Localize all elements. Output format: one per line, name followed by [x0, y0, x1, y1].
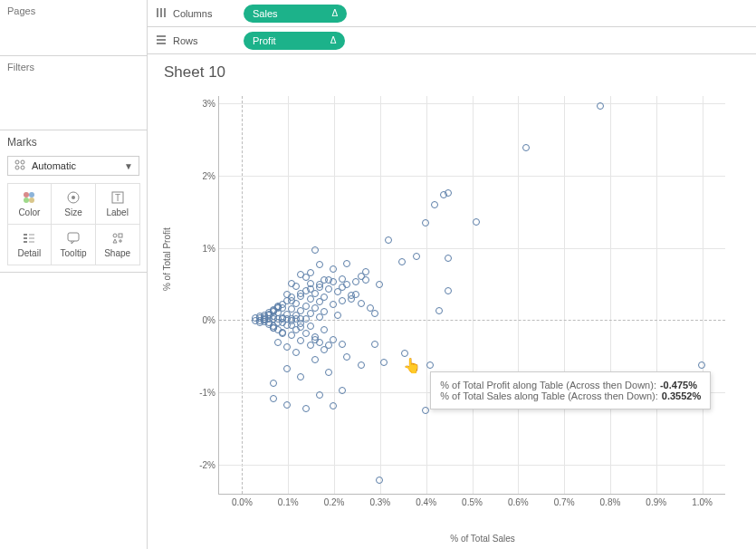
data-point[interactable]: [325, 342, 332, 349]
shape-button[interactable]: Shape: [95, 224, 140, 265]
svg-point-19: [113, 234, 117, 237]
tooltip-sales-value: 0.3552%: [662, 390, 701, 401]
data-point[interactable]: [302, 330, 310, 337]
data-point[interactable]: [274, 303, 282, 311]
data-point[interactable]: [270, 380, 277, 387]
data-point[interactable]: [358, 361, 365, 369]
data-point[interactable]: [445, 287, 452, 294]
label-button[interactable]: TLabel: [95, 183, 140, 225]
svg-rect-25: [157, 39, 166, 41]
data-point[interactable]: [376, 281, 383, 288]
data-point[interactable]: [307, 285, 314, 293]
data-point[interactable]: [325, 285, 332, 293]
data-point[interactable]: [316, 391, 323, 399]
data-point[interactable]: [292, 283, 300, 290]
data-point[interactable]: [297, 337, 304, 344]
sheet-title[interactable]: Sheet 10: [164, 63, 743, 82]
data-point[interactable]: [362, 276, 369, 284]
marks-header: Marks: [0, 130, 147, 152]
data-point[interactable]: [339, 387, 346, 394]
data-point[interactable]: [288, 332, 295, 339]
data-point[interactable]: [339, 341, 346, 348]
data-point[interactable]: [283, 401, 291, 409]
marks-type-label: Automatic: [32, 160, 76, 171]
data-point[interactable]: [252, 317, 259, 324]
data-point[interactable]: [343, 260, 350, 267]
auto-shape-icon: [14, 159, 26, 173]
data-point[interactable]: [352, 278, 359, 285]
data-point[interactable]: [316, 339, 323, 346]
detail-button[interactable]: Detail: [7, 224, 53, 265]
data-point[interactable]: [597, 102, 604, 110]
data-point[interactable]: [445, 255, 452, 262]
data-point[interactable]: [297, 373, 304, 380]
data-point[interactable]: [316, 313, 323, 321]
data-point[interactable]: [302, 405, 310, 412]
data-point[interactable]: [698, 361, 705, 369]
data-point[interactable]: [330, 301, 337, 308]
data-point[interactable]: [292, 349, 300, 356]
data-point[interactable]: [343, 353, 350, 361]
y-tick-label: 1%: [203, 243, 215, 253]
data-point[interactable]: [334, 312, 341, 319]
table-calc-icon: Δ: [330, 35, 337, 45]
data-point[interactable]: [339, 297, 346, 304]
data-point[interactable]: [440, 191, 447, 198]
data-point[interactable]: [307, 295, 314, 303]
data-point[interactable]: [371, 341, 378, 348]
data-point[interactable]: [339, 284, 346, 291]
data-point[interactable]: [413, 253, 420, 260]
data-point[interactable]: [321, 326, 328, 333]
filters-shelf[interactable]: Filters: [0, 56, 147, 130]
data-point[interactable]: [311, 356, 319, 363]
data-point[interactable]: [435, 307, 443, 314]
svg-rect-13: [24, 237, 27, 239]
data-point[interactable]: [325, 369, 332, 376]
tooltip-sales-label: % of Total Sales along Table (Across the…: [440, 390, 658, 401]
data-point[interactable]: [330, 402, 337, 409]
size-button[interactable]: Size: [51, 183, 96, 225]
data-point[interactable]: [426, 361, 434, 369]
data-point[interactable]: [401, 350, 408, 357]
data-point[interactable]: [270, 324, 277, 332]
data-point[interactable]: [385, 236, 392, 244]
columns-shelf[interactable]: Columns Sales Δ: [148, 0, 756, 27]
tooltip-button[interactable]: Tooltip: [51, 224, 96, 265]
marks-type-dropdown[interactable]: Automatic ▼: [7, 156, 139, 176]
mark-cell-label: Label: [106, 207, 128, 217]
data-point[interactable]: [371, 310, 378, 317]
svg-rect-14: [24, 241, 27, 243]
data-point[interactable]: [380, 359, 388, 366]
label-icon: T: [110, 189, 125, 206]
data-point[interactable]: [283, 365, 291, 372]
data-point[interactable]: [307, 323, 314, 330]
data-point[interactable]: [473, 218, 480, 226]
data-point[interactable]: [283, 343, 291, 351]
data-point[interactable]: [522, 144, 530, 151]
data-point[interactable]: [311, 246, 319, 254]
filters-label: Filters: [7, 62, 139, 72]
chart[interactable]: % of Total Profit % of Total Sales 0.0%0…: [164, 87, 743, 540]
rows-pill[interactable]: Profit Δ: [244, 32, 345, 50]
pages-shelf[interactable]: Pages: [0, 0, 147, 56]
rows-shelf[interactable]: Rows Profit Δ: [148, 27, 756, 54]
data-point[interactable]: [358, 300, 365, 307]
data-point[interactable]: [376, 477, 383, 484]
plot-area[interactable]: 0.0%0.1%0.2%0.3%0.4%0.5%0.6%0.7%0.8%0.9%…: [218, 96, 725, 495]
data-point[interactable]: [398, 258, 406, 265]
data-point[interactable]: [270, 395, 277, 402]
data-point[interactable]: [330, 265, 337, 273]
data-point[interactable]: [348, 295, 355, 303]
x-axis-title: % of Total Sales: [450, 534, 515, 544]
color-button[interactable]: Color: [7, 183, 53, 225]
data-point[interactable]: [279, 330, 286, 337]
data-point[interactable]: [325, 276, 332, 284]
data-point[interactable]: [422, 219, 429, 226]
x-tick-label: 0.8%: [600, 497, 621, 507]
data-point[interactable]: [316, 281, 323, 288]
data-point[interactable]: [431, 201, 438, 208]
data-point[interactable]: [316, 261, 323, 268]
data-point[interactable]: [422, 407, 429, 414]
data-point[interactable]: [274, 339, 282, 346]
columns-pill[interactable]: Sales Δ: [244, 5, 347, 23]
